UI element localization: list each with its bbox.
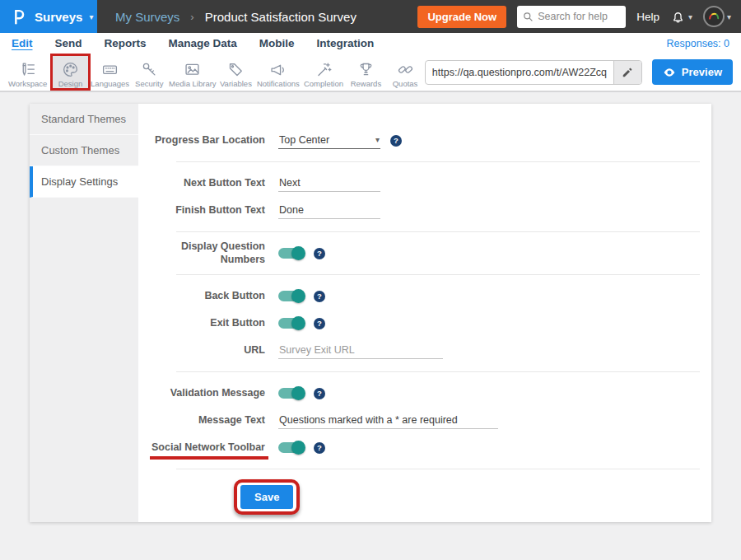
product-switcher[interactable]: Surveys ▾: [0, 0, 97, 33]
toolbar-item-label: Design: [58, 79, 83, 88]
breadcrumb-separator-icon: ›: [190, 11, 193, 23]
message-text-label: Message Text: [138, 414, 265, 427]
toolbar-item-design[interactable]: Design: [50, 54, 91, 91]
survey-url-field[interactable]: [426, 67, 613, 78]
back-button-row: Back Button: [138, 282, 711, 310]
toolbar-item-label: Variables: [220, 79, 252, 88]
security-key-icon: [141, 58, 158, 78]
help-link[interactable]: Help: [636, 11, 659, 23]
toolbar-item-quotas[interactable]: Quotas: [385, 54, 425, 91]
display-question-numbers-toggle[interactable]: [278, 248, 304, 259]
chevron-down-icon: ▾: [89, 12, 93, 21]
eye-icon: [663, 66, 676, 79]
questionpro-logo-icon: [10, 7, 28, 26]
tab-mobile[interactable]: Mobile: [259, 37, 295, 49]
toolbar-item-label: Notifications: [257, 79, 300, 88]
exit-url-row: URL: [138, 337, 711, 364]
chevron-down-icon: ▾: [688, 12, 692, 21]
social-network-toolbar-toggle[interactable]: [278, 442, 304, 453]
section-divider: [176, 161, 700, 162]
tab-send[interactable]: Send: [55, 37, 82, 49]
preview-button[interactable]: Preview: [652, 59, 733, 85]
responses-count[interactable]: Responses: 0: [667, 38, 729, 49]
avatar: [703, 6, 725, 27]
tab-integration[interactable]: Integration: [317, 37, 375, 49]
help-icon[interactable]: [314, 248, 325, 259]
help-icon[interactable]: [314, 318, 325, 329]
exit-url-label: URL: [138, 344, 265, 357]
tab-manage-data[interactable]: Manage Data: [169, 37, 237, 49]
toolbar-item-label: Security: [135, 79, 163, 88]
toolbar-item-languages[interactable]: Languages: [91, 54, 130, 91]
toolbar-item-workspace[interactable]: Workspace: [5, 54, 50, 91]
selected-value: Top Center: [279, 134, 329, 146]
bell-icon: [670, 9, 686, 25]
progress-bar-location-label: Progress Bar Location: [138, 134, 265, 147]
toolbar-item-media-library[interactable]: Media Library: [169, 54, 217, 91]
help-icon[interactable]: [314, 442, 325, 454]
toolbar-item-label: Languages: [91, 79, 129, 88]
chevron-down-icon: ▾: [727, 12, 731, 21]
help-icon[interactable]: [390, 135, 402, 147]
pencil-icon: [622, 67, 633, 78]
back-button-toggle[interactable]: [278, 291, 304, 301]
message-text-input[interactable]: [278, 413, 498, 429]
finish-button-text-label: Finish Button Text: [138, 204, 265, 217]
gauge-icon: [706, 9, 721, 24]
help-icon[interactable]: [314, 388, 325, 399]
toolbar-item-rewards[interactable]: Rewards: [347, 54, 386, 91]
exit-url-input[interactable]: [278, 343, 443, 359]
upgrade-now-button[interactable]: Upgrade Now: [417, 6, 506, 28]
sidebar-item-display-settings[interactable]: Display Settings: [30, 166, 138, 198]
display-question-numbers-label: Display Question Numbers: [138, 240, 265, 266]
help-search: [517, 6, 626, 28]
next-button-text-label: Next Button Text: [138, 177, 265, 190]
tab-edit[interactable]: Edit: [12, 37, 33, 49]
finish-button-text-input[interactable]: [278, 203, 380, 219]
progress-bar-location-select[interactable]: Top Center ▾: [278, 133, 380, 149]
notifications-megaphone-icon: [269, 58, 287, 78]
media-library-image-icon: [184, 58, 201, 78]
completion-wand-icon: [315, 58, 333, 78]
validation-message-label: Validation Message: [138, 387, 265, 400]
tab-reports[interactable]: Reports: [105, 37, 147, 49]
toolbar-item-variables[interactable]: Variables: [217, 54, 256, 91]
exit-button-toggle[interactable]: [278, 318, 304, 329]
sidebar-item-standard-themes[interactable]: Standard Themes: [30, 104, 138, 135]
social-network-toolbar-label: Social Network Toolbar: [151, 441, 265, 453]
top-bar: Surveys ▾ My Surveys › Product Satisfact…: [0, 0, 741, 33]
edit-url-button[interactable]: [613, 61, 641, 84]
toolbar-item-label: Workspace: [8, 79, 47, 88]
quotas-chain-icon: [397, 58, 414, 78]
design-sidebar: Standard Themes Custom Themes Display Se…: [30, 104, 138, 522]
toolbar-item-label: Completion: [304, 79, 343, 88]
account-menu[interactable]: ▾: [703, 6, 731, 27]
toolbar-item-security[interactable]: Security: [129, 54, 169, 91]
save-button[interactable]: Save: [240, 485, 293, 509]
annotation-red-underline: [150, 456, 268, 460]
section-divider: [176, 469, 700, 469]
validation-message-toggle[interactable]: [278, 388, 304, 399]
survey-nav: Edit Send Reports Manage Data Mobile Int…: [0, 33, 741, 54]
toolbar-item-notifications[interactable]: Notifications: [255, 54, 301, 91]
next-button-text-input[interactable]: [278, 175, 380, 192]
notifications-bell[interactable]: ▾: [670, 9, 692, 25]
toolbar-item-completion[interactable]: Completion: [301, 54, 346, 91]
breadcrumb: My Surveys › Product Satisfaction Survey: [115, 10, 357, 24]
languages-keyboard-icon: [101, 58, 119, 78]
variables-tag-icon: [227, 58, 245, 78]
section-divider: [176, 231, 700, 232]
finish-button-text-row: Finish Button Text: [138, 197, 711, 224]
preview-label: Preview: [682, 66, 722, 78]
validation-message-row: Validation Message: [138, 380, 711, 407]
display-question-numbers-row: Display Question Numbers: [138, 240, 711, 267]
survey-url-box: [425, 60, 642, 85]
breadcrumb-my-surveys[interactable]: My Surveys: [115, 10, 179, 24]
annotation-red-box: Save: [234, 479, 300, 515]
page-title: Product Satisfaction Survey: [205, 10, 357, 24]
sidebar-item-custom-themes[interactable]: Custom Themes: [30, 135, 138, 166]
display-settings-panel: Progress Bar Location Top Center ▾ Next …: [138, 104, 711, 522]
help-icon[interactable]: [314, 291, 325, 302]
toolbar-item-label: Rewards: [351, 79, 382, 88]
section-divider: [176, 371, 700, 372]
